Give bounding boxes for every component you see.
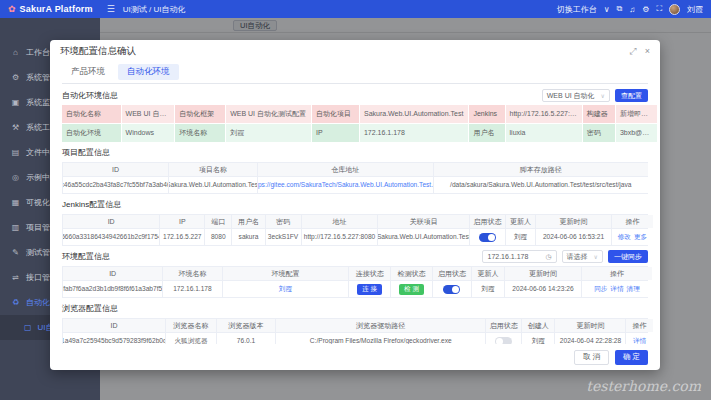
column-header: 浏览器版本 xyxy=(217,319,275,332)
jenkins-edit-link[interactable]: 修改 xyxy=(618,229,631,245)
connect-button[interactable]: 连 接 xyxy=(357,284,382,295)
ui-automation-icon: ▢ xyxy=(24,323,32,332)
column-header: 用户名 xyxy=(232,215,264,228)
username[interactable]: 刘霞 xyxy=(687,4,703,15)
browser-creator-cell: 刘霞 xyxy=(522,333,554,344)
column-header: 项目名称 xyxy=(169,163,257,176)
jenkins-section-header: Jenkins配置信息 xyxy=(62,197,648,212)
column-header: ID xyxy=(63,163,168,176)
workspace-chevron-icon: ∨ xyxy=(604,5,610,14)
column-header: 更新时间 xyxy=(505,267,581,280)
column-header: 环境配置 xyxy=(223,267,349,280)
column-header: 密码 xyxy=(266,215,301,228)
app-header: ✿ SakurA Platform ☰ UI测试 / UI自动化 切换工作台 ∨… xyxy=(0,0,711,18)
one-key-sync-button[interactable]: 一键同步 xyxy=(608,250,648,263)
pair-label: 自动化项目 xyxy=(312,105,359,123)
section-title: 环境配置信息 xyxy=(62,251,110,262)
column-header: 关联项目 xyxy=(378,215,469,228)
check-button[interactable]: 检 测 xyxy=(399,284,424,295)
close-icon[interactable]: × xyxy=(645,46,650,57)
env-clean-link[interactable]: 清理 xyxy=(627,281,640,297)
monitor-icon: ▣ xyxy=(11,98,20,107)
tab-product-env[interactable]: 产品环境 xyxy=(62,64,114,80)
test-icon: ✎ xyxy=(11,248,20,257)
browser-name-cell: 火狐浏览器 xyxy=(166,333,216,344)
column-header: 启用状态 xyxy=(470,215,505,228)
ip-input[interactable] xyxy=(487,253,545,260)
workspace-switcher[interactable]: 切换工作台 xyxy=(557,4,597,15)
env-config-section-header: 环境配置信息 ◷ 请选择 ∨ 一键同步 xyxy=(62,249,648,264)
env-sync-link[interactable]: 同步 xyxy=(594,281,607,297)
jenkins-id-cell: bb5660a33186434942661b2c9f1754ac xyxy=(63,229,159,245)
pair-value: Sakura.Web.UI.Automation.Test xyxy=(360,105,468,123)
column-header: 更新时间 xyxy=(536,215,611,228)
column-header: 端口 xyxy=(205,215,231,228)
env-enabled-toggle[interactable] xyxy=(443,285,460,294)
pair-value: 刘霞 xyxy=(226,124,311,142)
jenkins-url-cell: http://172.16.5.227:8080 xyxy=(302,229,378,245)
env-select[interactable]: 请选择 ∨ xyxy=(562,250,603,263)
pair-value: Windows xyxy=(122,124,175,142)
automation-select[interactable]: WEB UI 自动化 ∨ xyxy=(542,89,610,102)
column-header: 创建人 xyxy=(522,319,554,332)
jenkins-updated-cell: 2024-06-06 16:53:21 xyxy=(536,229,611,245)
column-header: IP xyxy=(160,215,204,228)
browser-updated-cell: 2024-06-04 22:28:28 xyxy=(555,333,625,344)
watermark: testerhome.com xyxy=(586,378,701,394)
pair-label: 自动化环境 xyxy=(62,124,121,142)
dashboard-icon: ▦ xyxy=(11,198,20,207)
jenkins-enabled-toggle[interactable] xyxy=(479,233,496,242)
column-header: 更新时间 xyxy=(555,319,625,332)
repo-link[interactable]: https://gitee.com/SakuraTech/Sakura.Web.… xyxy=(258,177,433,193)
env-updated-cell: 2024-06-06 14:23:26 xyxy=(505,281,581,297)
breadcrumb: UI测试 / UI自动化 xyxy=(123,4,186,15)
env-updater-cell: 刘霞 xyxy=(472,281,504,297)
column-header: 地址 xyxy=(302,215,378,228)
settings-gear-icon[interactable]: ⚙ xyxy=(642,5,649,14)
column-header: 操作 xyxy=(626,319,652,332)
pair-value: WEB UI 自动化 xyxy=(122,105,175,123)
jenkins-more-link[interactable]: 更多 xyxy=(634,229,647,245)
pair-value: WEB UI 自动化测试配置 xyxy=(226,105,311,123)
fullscreen-icon[interactable]: ⛶ xyxy=(656,4,662,14)
column-header: 仓库地址 xyxy=(258,163,433,176)
browser-detail-link[interactable]: 详情 xyxy=(633,333,646,344)
env-detail-link[interactable]: 详情 xyxy=(610,281,623,297)
view-config-button[interactable]: 查配置 xyxy=(615,89,648,102)
env-confirm-dialog: 环境配置信息确认 ⤢ × 产品环境 自动化环境 自动化环境信息 WEB UI 自… xyxy=(50,40,660,370)
tab-automation-env[interactable]: 自动化环境 xyxy=(118,64,179,80)
browser-table: ID 浏览器名称 浏览器版本 浏览器驱动路径 启用状态 创建人 更新时间 操作 … xyxy=(62,318,648,344)
section-title: 浏览器配置信息 xyxy=(62,303,118,314)
project-section-header: 项目配置信息 xyxy=(62,145,648,160)
section-title: Jenkins配置信息 xyxy=(62,199,121,210)
project-name-cell: Sakura.Web.UI.Automation.Test xyxy=(169,177,257,193)
pair-value: 3bxb@HPV xyxy=(616,124,657,142)
dialog-fullscreen-icon[interactable]: ⤢ xyxy=(630,46,637,57)
automation-env-table: 自动化名称 WEB UI 自动化 自动化框架 WEB UI 自动化测试配置 自动… xyxy=(62,105,648,142)
collapse-menu-icon[interactable]: ☰ xyxy=(107,4,115,14)
file-icon: ▤ xyxy=(11,148,20,157)
column-header: 更新人 xyxy=(506,215,535,228)
env-id-cell: 7fab7f6aa2d3b1db9f8f6f61a3ab7f56 xyxy=(63,281,162,297)
script-path-cell: /data/sakura/Sakura.Web.UI.Automation.Te… xyxy=(434,177,648,193)
env-config-table: ID 环境名称 环境配置 连接状态 检测状态 启用状态 更新人 更新时间 操作 … xyxy=(62,266,648,298)
jenkins-updater-cell: 刘霞 xyxy=(506,229,535,245)
confirm-button[interactable]: 确 定 xyxy=(615,350,648,365)
pair-value: 172.16.1.178 xyxy=(360,124,468,142)
browser-driver-path-cell: C:/Program Files/Mozilla Firefox/geckodr… xyxy=(276,333,485,344)
sound-icon[interactable]: ♫ xyxy=(629,5,635,14)
user-avatar[interactable] xyxy=(669,4,680,15)
monitor-icon[interactable]: ⧉ xyxy=(617,4,623,14)
cancel-button[interactable]: 取 消 xyxy=(574,350,609,365)
env-config-link[interactable]: 刘霞 xyxy=(279,281,292,297)
column-header: 操作 xyxy=(582,267,652,280)
column-header: 检测状态 xyxy=(391,267,432,280)
home-icon: ⌂ xyxy=(11,48,20,57)
project-table: ID 项目名称 仓库地址 脚本存放路径 c46a55cdc2ba43fa8c7f… xyxy=(62,162,648,194)
clock-icon[interactable]: ◷ xyxy=(545,253,551,261)
api-icon: ⇌ xyxy=(11,273,20,282)
ip-input-wrap: ◷ xyxy=(482,250,556,263)
dialog-tabs: 产品环境 自动化环境 xyxy=(62,64,648,84)
browser-enabled-toggle[interactable] xyxy=(495,337,512,345)
pair-label: Jenkins xyxy=(469,105,504,123)
